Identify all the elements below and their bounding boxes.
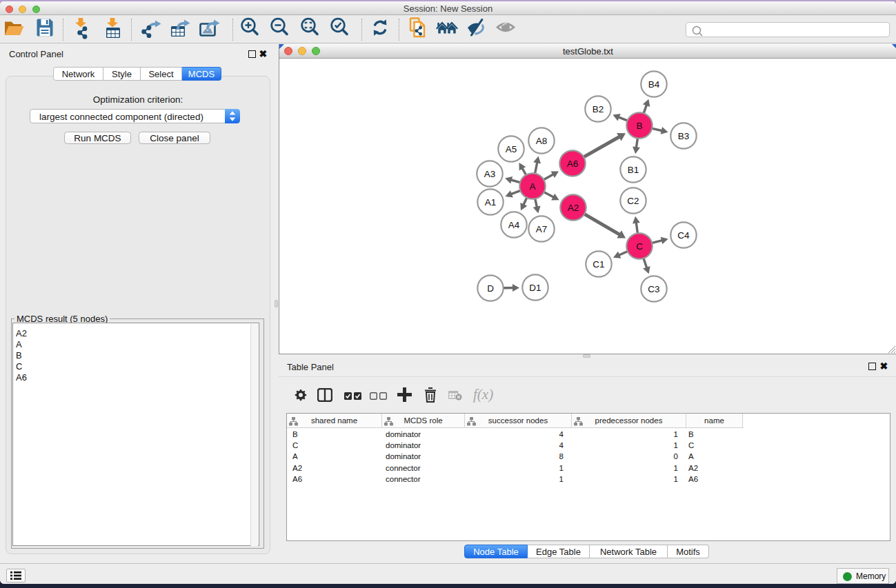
svg-text:C3: C3	[648, 284, 659, 294]
svg-text:D1: D1	[529, 283, 541, 293]
svg-text:A4: A4	[508, 220, 520, 230]
svg-text:A5: A5	[506, 144, 517, 154]
svg-text:A7: A7	[536, 224, 548, 234]
svg-text:A3: A3	[484, 169, 496, 179]
svg-text:B2: B2	[593, 104, 604, 114]
svg-text:B4: B4	[648, 79, 660, 90]
svg-text:B3: B3	[678, 131, 690, 141]
svg-text:A2: A2	[568, 203, 579, 213]
svg-text:C1: C1	[593, 259, 604, 270]
svg-text:A6: A6	[567, 159, 579, 169]
svg-text:C: C	[636, 241, 643, 252]
svg-text:B: B	[636, 121, 642, 131]
svg-text:A8: A8	[536, 136, 548, 146]
svg-text:D: D	[487, 283, 494, 294]
svg-text:C4: C4	[677, 230, 690, 241]
svg-text:C2: C2	[627, 196, 639, 206]
svg-text:A1: A1	[485, 197, 497, 207]
svg-text:A: A	[529, 181, 535, 192]
svg-text:B1: B1	[628, 165, 639, 175]
